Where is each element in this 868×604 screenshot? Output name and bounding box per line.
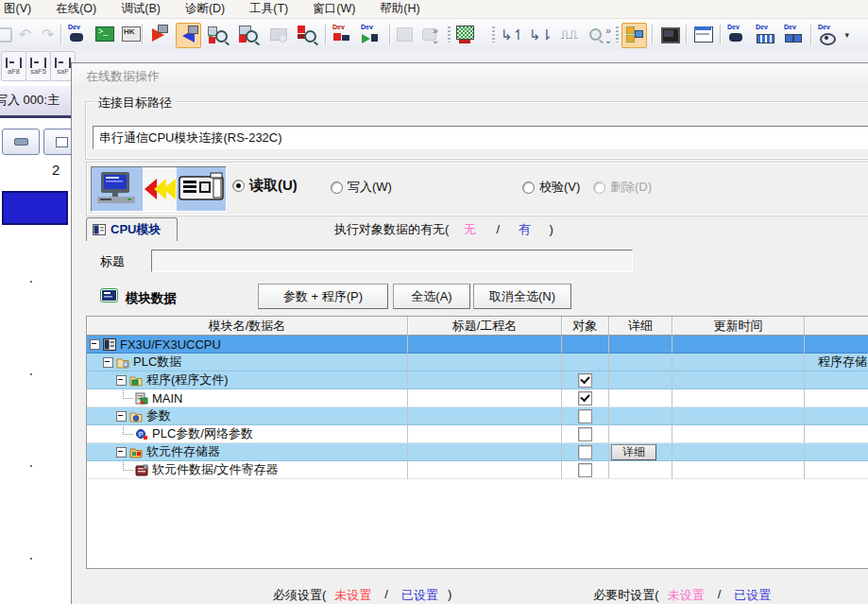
device-terminal-icon[interactable]: >_ bbox=[93, 23, 116, 46]
online-data-operation-dialog: 在线数据操作 连接目标路径 串行通信CPU模块连接(RS-232C) bbox=[71, 62, 868, 604]
optional-set: 已设置 bbox=[734, 587, 771, 604]
dialog-title-bar[interactable]: 在线数据操作 bbox=[72, 63, 868, 90]
menu-item-view[interactable]: 图(V) bbox=[0, 1, 43, 17]
table-row-main[interactable]: MAIN bbox=[87, 389, 868, 407]
window-list-icon[interactable] bbox=[691, 23, 715, 46]
radio-verify[interactable]: 校验(V) bbox=[522, 179, 580, 196]
device-find-icon[interactable]: Dev bbox=[66, 23, 90, 46]
tab-cpu-module[interactable]: CPU模块 bbox=[86, 217, 178, 241]
radio-verify-dot bbox=[522, 181, 535, 194]
intelligent-module-icon[interactable] bbox=[657, 23, 681, 46]
col-header-detail[interactable]: 详细 bbox=[609, 317, 672, 336]
expand-collapse-icon[interactable] bbox=[116, 411, 127, 422]
screen: { "menu_bar": { "items": ["图(V)", "在线(O)… bbox=[0, 0, 868, 604]
device-read-icon[interactable]: Dev bbox=[359, 23, 383, 46]
trace-pulse-icon[interactable]: ⎍⎍ bbox=[557, 23, 581, 46]
undo-icon[interactable]: ↶ bbox=[13, 23, 37, 46]
radio-read-label: 读取(U) bbox=[249, 177, 298, 195]
plc-data-folder-icon bbox=[116, 356, 129, 369]
toolbar-grip bbox=[616, 26, 619, 43]
tab-cpu-module-label: CPU模块 bbox=[111, 221, 161, 238]
row-memory: 程序存储器 bbox=[818, 354, 868, 371]
redo-icon[interactable]: ↷ bbox=[36, 23, 60, 46]
plc-diff-icon[interactable] bbox=[236, 23, 260, 46]
table-row-program[interactable]: 程序(程序文件) bbox=[87, 371, 868, 389]
grid-dot bbox=[30, 281, 32, 283]
read-from-plc-icon[interactable] bbox=[176, 23, 201, 48]
target-checkbox[interactable] bbox=[578, 463, 592, 477]
expand-collapse-icon[interactable] bbox=[116, 447, 127, 457]
target-checkbox[interactable] bbox=[578, 373, 592, 388]
col-header-update-time[interactable]: 更新时间 bbox=[672, 317, 805, 336]
param-program-button[interactable]: 参数 + 程序(P) bbox=[258, 284, 388, 309]
expand-collapse-icon[interactable] bbox=[103, 357, 113, 368]
memory-check-icon[interactable] bbox=[295, 23, 318, 46]
menu-item-debug[interactable]: 调试(B) bbox=[117, 1, 172, 17]
verify-with-plc-icon[interactable] bbox=[206, 23, 230, 46]
slash: / bbox=[718, 587, 722, 604]
radio-read[interactable]: 读取(U) bbox=[232, 177, 298, 195]
radio-write[interactable]: 写入(W) bbox=[331, 179, 392, 196]
remote-operation-icon[interactable] bbox=[266, 23, 290, 46]
ladder-cursor-cell[interactable] bbox=[2, 191, 68, 225]
table-row-cpu[interactable]: FX3U/FX3UCCPU bbox=[87, 336, 868, 354]
device-display-format-icon[interactable]: Dev▾ bbox=[816, 23, 850, 46]
expand-collapse-icon[interactable] bbox=[116, 375, 127, 386]
target-checkbox[interactable] bbox=[578, 445, 592, 459]
col-header-module-name[interactable]: 模块名/数据名 bbox=[87, 317, 408, 336]
row-name: PLC数据 bbox=[133, 354, 181, 371]
toolbar-separator bbox=[389, 25, 391, 44]
ladder-tool-button[interactable]: saF5 bbox=[26, 51, 51, 81]
toolbar-overflow-chevron[interactable]: »⌄ bbox=[430, 26, 441, 45]
select-all-button[interactable]: 全选(A) bbox=[393, 284, 470, 309]
trace-falling-icon[interactable]: ↳⇂ bbox=[529, 23, 553, 46]
menu-bar: 图(V) 在线(O) 调试(B) 诊断(D) 工具(T) 窗口(W) 帮助(H) bbox=[0, 0, 868, 19]
expand-collapse-icon[interactable] bbox=[90, 339, 100, 350]
required-label: 必须设置( bbox=[273, 587, 326, 604]
toolbar-overflow-chevron[interactable]: »⌄ bbox=[603, 26, 614, 45]
col-header-target[interactable]: 对象 bbox=[562, 317, 609, 336]
table-row-device-memory[interactable]: 软元件存储器 详细 bbox=[87, 443, 868, 461]
row-name: 软元件数据/文件寄存器 bbox=[152, 461, 279, 478]
col-header-target-memory[interactable]: 对象存储器 bbox=[805, 317, 868, 336]
table-row-device-data[interactable]: 软元件数据/文件寄存器 bbox=[87, 461, 868, 479]
table-row-plc-parameter[interactable]: P PLC参数/网络参数 bbox=[87, 425, 868, 443]
parameter-folder-icon bbox=[129, 410, 143, 423]
device-hk-monitor-icon[interactable]: HK bbox=[119, 23, 143, 46]
close-paren: ) bbox=[448, 587, 451, 604]
grid-dot bbox=[30, 558, 32, 560]
write-to-plc-icon[interactable] bbox=[146, 23, 170, 46]
table-row-plc-data[interactable]: PLC数据 程序存储器 bbox=[87, 354, 868, 371]
connection-path-label: 连接目标路径 bbox=[94, 95, 176, 112]
menu-item-diagnostics[interactable]: 诊断(D) bbox=[181, 1, 236, 17]
legend-slash: / bbox=[497, 222, 501, 236]
legend-prefix: 执行对象数据的有无( bbox=[334, 221, 449, 238]
deselect-all-button[interactable]: 取消全选(N) bbox=[473, 284, 571, 309]
device-registration-monitor-icon[interactable]: Dev bbox=[754, 23, 777, 46]
menu-item-window[interactable]: 窗口(W) bbox=[309, 1, 366, 17]
menu-item-help[interactable]: 帮助(H) bbox=[376, 1, 431, 17]
plc-parameter-icon: P bbox=[135, 428, 148, 440]
ladder-tool-button[interactable]: aF8 bbox=[1, 51, 26, 81]
device-write-icon[interactable]: Dev bbox=[331, 23, 354, 46]
col-header-title-project[interactable]: 标题/工程名 bbox=[408, 317, 562, 336]
row-name: 程序(程序文件) bbox=[146, 371, 229, 388]
trace-rising-icon[interactable]: ↳↿ bbox=[501, 23, 524, 46]
grayed-tool-icon[interactable] bbox=[393, 23, 417, 46]
device-block-monitor-icon[interactable]: Dev bbox=[782, 23, 806, 46]
minimized-window-button[interactable] bbox=[2, 129, 40, 155]
target-checkbox[interactable] bbox=[578, 391, 592, 406]
grid-dot bbox=[30, 465, 32, 467]
target-checkbox[interactable] bbox=[578, 427, 592, 441]
menu-item-online[interactable]: 在线(O) bbox=[52, 1, 108, 17]
title-field-input[interactable] bbox=[151, 250, 633, 272]
project-tree-toggle-icon[interactable] bbox=[621, 23, 647, 48]
table-row-parameter[interactable]: 参数 bbox=[87, 407, 868, 425]
detail-button[interactable]: 详细 bbox=[611, 444, 656, 460]
device-batch-monitor-icon[interactable]: Dev bbox=[725, 23, 749, 46]
menu-item-tools[interactable]: 工具(T) bbox=[246, 1, 299, 17]
monitor-mode-icon[interactable] bbox=[453, 23, 477, 46]
transfer-arrows-icon bbox=[143, 167, 177, 211]
module-data-label: 模块数据 bbox=[126, 290, 177, 307]
target-checkbox[interactable] bbox=[578, 409, 592, 423]
